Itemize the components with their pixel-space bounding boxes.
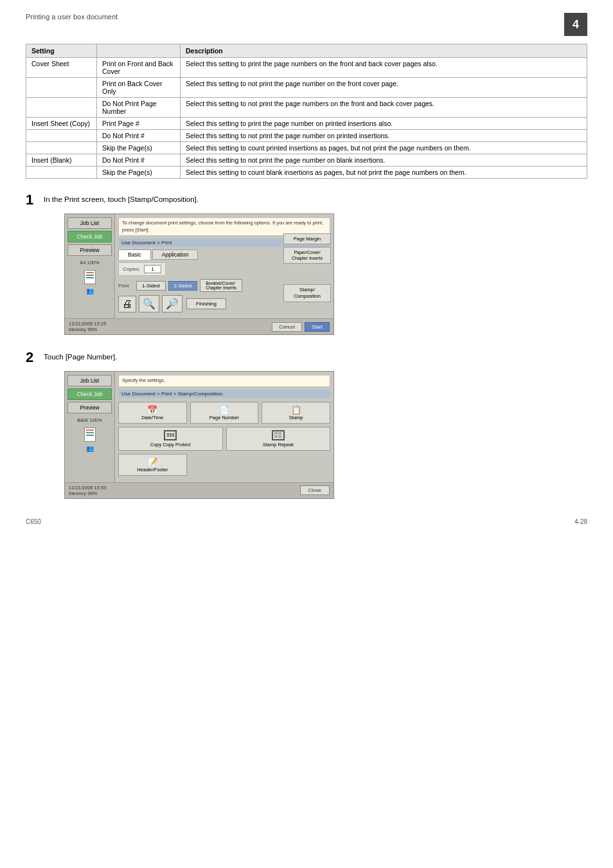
s1-check-job-btn[interactable]: Check Job xyxy=(67,231,112,242)
page-footer: C650 4-28 xyxy=(26,518,587,525)
cell-option: Do Not Print # xyxy=(97,130,181,142)
footer-model: C650 xyxy=(26,518,41,525)
th-setting: Setting xyxy=(26,44,97,58)
s1-page-margin-btn[interactable]: Page Margin xyxy=(283,233,331,244)
s1-booklet-btn[interactable]: Booklet/Cover/Chapter Inserts xyxy=(200,279,242,292)
cell-setting xyxy=(26,78,97,98)
s2-preview-btn[interactable]: Preview xyxy=(67,402,112,413)
table-row: Skip the Page(s)Select this setting to c… xyxy=(26,167,587,179)
s2-datetime-btn[interactable]: 📅 Date/Time xyxy=(118,402,187,424)
s2-footer-info: 11/21/2006 15:53 Memory 99% xyxy=(69,485,106,496)
step1-header: 1 In the Print screen, touch [Stamp/Comp… xyxy=(26,193,587,207)
cell-setting xyxy=(26,142,97,154)
s1-job-list-btn[interactable]: Job List xyxy=(67,217,112,229)
th-option xyxy=(97,44,181,58)
cell-description: Select this setting to not print the pag… xyxy=(181,154,587,167)
s2-pagenumber-btn[interactable]: 📄 Page Number xyxy=(190,402,259,424)
cell-setting: Cover Sheet xyxy=(26,58,97,78)
chapter-badge: 4 xyxy=(564,13,587,36)
s1-paper-cover-btn[interactable]: Paper/Cover/Chapter Inserts xyxy=(283,247,331,264)
cell-description: Select this setting to print the page nu… xyxy=(181,58,587,78)
s2-doc-icon xyxy=(67,428,112,442)
s1-finishing-btn[interactable]: Finishing xyxy=(186,298,226,309)
s1-footer: 11/21/2006 15:25 Memory 99% Cancel Start xyxy=(65,318,333,334)
cell-option: Do Not Print Page Number xyxy=(97,98,181,118)
s1-copies-value[interactable]: 1 xyxy=(144,265,161,273)
s2-people-icon: 👥 xyxy=(67,445,112,452)
table-row: Insert (Blank)Do Not Print #Select this … xyxy=(26,154,587,167)
s1-tab-application[interactable]: Application xyxy=(152,249,199,260)
s1-people-icon: 👥 xyxy=(67,287,112,294)
device-screen-1: Job List Check Job Preview A4 100% 👥 xyxy=(64,213,334,335)
s2-stamprepeat-btn[interactable]: Stamp Repeat xyxy=(226,427,331,451)
s2-footer: 11/21/2006 15:53 Memory 99% Close xyxy=(65,482,333,498)
s1-sidebar-info: A4 100% xyxy=(67,260,112,266)
s2-stamp-row1: 📅 Date/Time 📄 Page Number 📋 Stamp xyxy=(118,402,330,424)
table-row: Print on Back Cover OnlySelect this sett… xyxy=(26,78,587,98)
s1-right-col: Page Margin Paper/Cover/Chapter Inserts … xyxy=(283,233,331,302)
page-header: Printing a user box document 4 xyxy=(26,13,587,36)
s1-1sided-btn[interactable]: 1-Sided xyxy=(136,281,166,291)
cell-option: Print on Back Cover Only xyxy=(97,78,181,98)
s1-print-label: Print xyxy=(118,283,134,289)
table-row: Do Not Print #Select this setting to not… xyxy=(26,130,587,142)
s2-copyprotect-btn[interactable]: Copy Copy Protect xyxy=(118,427,223,451)
cell-setting xyxy=(26,98,97,118)
s1-start-btn[interactable]: Start xyxy=(305,322,330,332)
s1-footer-btns: Cancel Start xyxy=(272,322,330,332)
cell-setting xyxy=(26,167,97,179)
s1-preview-btn[interactable]: Preview xyxy=(67,244,112,256)
footer-page: 4-28 xyxy=(574,518,587,525)
step2-number: 2 xyxy=(26,350,44,365)
table-row: Skip the Page(s)Select this setting to c… xyxy=(26,142,587,154)
device-screen-2: Job List Check Job Preview B&W 100% 👥 xyxy=(64,371,334,499)
step2-text: Touch [Page Number]. xyxy=(44,350,117,361)
settings-table: Setting Description Cover SheetPrint on … xyxy=(26,44,587,179)
cell-setting: Insert (Blank) xyxy=(26,154,97,167)
th-description: Description xyxy=(181,44,587,58)
s2-instruction: Specify the settings. xyxy=(118,375,330,387)
cell-option: Skip the Page(s) xyxy=(97,142,181,154)
cell-setting xyxy=(26,130,97,142)
table-row: Cover SheetPrint on Front and Back Cover… xyxy=(26,58,587,78)
s1-doc-icon xyxy=(67,270,112,284)
s2-stamp-btn[interactable]: 📋 Stamp xyxy=(262,402,330,424)
cell-description: Select this setting to print the page nu… xyxy=(181,118,587,130)
s1-footer-info: 11/21/2006 15:25 Memory 99% xyxy=(69,321,106,332)
step2-section: 2 Touch [Page Number]. Job List Check Jo… xyxy=(26,350,587,499)
s2-sidebar-info: B&W 100% xyxy=(67,417,112,423)
step1-section: 1 In the Print screen, touch [Stamp/Comp… xyxy=(26,193,587,335)
s2-close-btn[interactable]: Close xyxy=(300,485,330,495)
cell-description: Select this setting to not print the pag… xyxy=(181,78,587,98)
s1-cancel-btn[interactable]: Cancel xyxy=(272,322,302,332)
s1-2sided-btn[interactable]: 2-Sided xyxy=(168,281,198,291)
s2-job-list-btn[interactable]: Job List xyxy=(67,375,112,386)
s1-tab-basic[interactable]: Basic xyxy=(118,249,151,260)
page-title: Printing a user box document xyxy=(26,13,118,21)
s2-check-job-btn[interactable]: Check Job xyxy=(67,388,112,400)
table-row: Insert Sheet (Copy)Print Page #Select th… xyxy=(26,118,587,130)
s2-stamp-row2: Copy Copy Protect Stamp Repeat xyxy=(118,427,330,451)
cell-description: Select this setting to count blank inser… xyxy=(181,167,587,179)
cell-setting: Insert Sheet (Copy) xyxy=(26,118,97,130)
cell-description: Select this setting to not print the pag… xyxy=(181,130,587,142)
s2-footer-btns: Close xyxy=(300,485,330,495)
step2-header: 2 Touch [Page Number]. xyxy=(26,350,587,365)
table-row: Do Not Print Page NumberSelect this sett… xyxy=(26,98,587,118)
cell-description: Select this setting to count printed ins… xyxy=(181,142,587,154)
cell-option: Do Not Print # xyxy=(97,154,181,167)
s1-stamp-composition-btn[interactable]: Stamp/Composition xyxy=(283,284,331,302)
cell-option: Print on Front and Back Cover xyxy=(97,58,181,78)
s1-printer-icon[interactable]: 🖨 xyxy=(118,296,136,312)
s1-copies-label: Copies: xyxy=(123,266,140,272)
s1-camera-icon[interactable]: 🔍 xyxy=(139,295,159,312)
s2-breadcrumb: Use Document > Print > Stamp/Composition xyxy=(118,390,330,398)
s1-folder-icon[interactable]: 🔎 xyxy=(162,295,182,312)
step1-number: 1 xyxy=(26,193,44,207)
cell-option: Print Page # xyxy=(97,118,181,130)
step1-text: In the Print screen, touch [Stamp/Compos… xyxy=(44,193,199,203)
cell-option: Skip the Page(s) xyxy=(97,167,181,179)
cell-description: Select this setting to not print the pag… xyxy=(181,98,587,118)
s2-headerfooter-btn[interactable]: 📝 Header/Footer xyxy=(118,454,187,476)
s2-stamp-row3: 📝 Header/Footer xyxy=(118,454,330,476)
